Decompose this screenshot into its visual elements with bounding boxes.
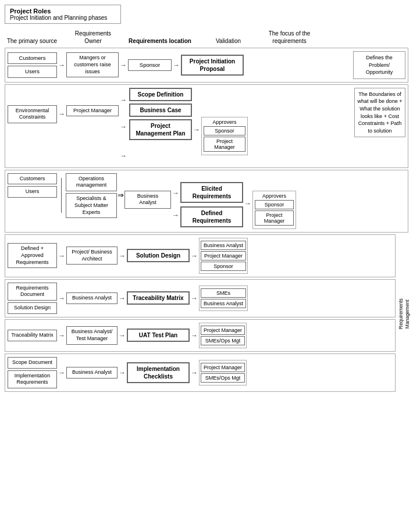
req-uat: UAT Test Plan: [127, 329, 190, 342]
src6-trace: Traceability Matrix: [8, 330, 57, 341]
approver-pm3: Project Manager: [255, 210, 294, 226]
approvers-section5: SMEs Business Analyst: [199, 285, 248, 311]
right-label-wrapper: Requirements Management Quality + Comple…: [397, 234, 408, 394]
src5: Requirements Document Solution Design: [8, 283, 57, 314]
req-project-initiation: Project Initiation Proposal: [181, 55, 244, 76]
source-users: Users: [8, 66, 57, 77]
req-elicited: Elicited Requirements: [180, 182, 243, 203]
appr7-smes: SMEs/Ops Mgt: [201, 373, 245, 383]
approvers-section4: Business Analyst Project Manager Sponsor: [199, 238, 248, 274]
col-header-focus: The focus of the requirements: [262, 30, 317, 45]
owner-ba3: Business Analyst: [124, 191, 171, 209]
page: Project Roles Project Initiation and Pla…: [0, 0, 413, 398]
source-customers: Customers: [8, 52, 57, 64]
appr4-ba: Business Analyst: [201, 241, 246, 250]
a22: →: [119, 123, 128, 131]
src3-customers: Customers: [8, 173, 57, 185]
section-4: Defined + Approved Requirements → Projec…: [5, 234, 396, 277]
src4: Defined + Approved Requirements: [8, 243, 57, 268]
section3-owner: Business Analyst: [124, 191, 171, 209]
arrow-to-approvers2: →: [192, 88, 201, 138]
section3-sources2: Operations management Specialists & Subj…: [66, 173, 117, 218]
a51: →: [57, 294, 66, 302]
focus-section2: The Boundaries of what will be done + Wh…: [354, 88, 405, 138]
a31: →: [171, 189, 180, 197]
owner-ba7: Business Analyst: [66, 367, 118, 379]
section3-reqs: Elicited Requirements Defined Requiremen…: [180, 182, 243, 227]
owner-sponsor: Sponsor: [128, 59, 172, 71]
req-business-case: Business Case: [129, 103, 192, 117]
col-header-validation: Validation: [201, 37, 256, 45]
header-box: Project Roles Project Initiation and Pla…: [5, 5, 121, 24]
a41: →: [57, 252, 66, 260]
arrow2: →: [119, 61, 128, 69]
approvers-section7: Project Manager SMEs/Ops Mgt: [199, 360, 247, 385]
section-1: Customers Users → Mangers or customers r…: [5, 48, 408, 83]
requirements-management-label: Requirements Management Quality + Comple…: [397, 234, 413, 394]
arrows3-reqs: → →: [171, 185, 180, 223]
arrows-to-reqs2: → → →: [119, 88, 129, 165]
a42: →: [118, 252, 127, 260]
src7-impl-req: Implementation Requrements: [8, 370, 57, 388]
arrow-env: →: [57, 110, 66, 118]
src3-specialists: Specialists & Subject Matter Experts: [66, 193, 117, 218]
col-header-location: Requirements location: [128, 37, 192, 45]
src7-scope: Scope Document: [8, 357, 57, 369]
section-6: Traceability Matrix → Business Analyst/ …: [5, 319, 396, 352]
bottom-sections-content: Defined + Approved Requirements → Projec…: [5, 234, 396, 394]
src5-sol-design: Solution Design: [8, 302, 57, 314]
req-solution-design: Solution Design: [127, 249, 190, 262]
vert-connector3: [57, 178, 66, 213]
src7: Scope Document Implementation Requrement…: [8, 357, 57, 388]
arrow1: →: [57, 61, 66, 69]
req-traceability: Traceability Matrix: [127, 291, 190, 305]
owner-project-manager: Project Manager: [66, 105, 119, 117]
a71: →: [57, 369, 66, 377]
appr5-smes: SMEs: [201, 288, 246, 298]
approvers-label2: Approvers: [204, 119, 245, 125]
a53: →: [190, 294, 199, 302]
a24: →: [192, 126, 201, 134]
a73: →: [190, 369, 199, 377]
req-defined: Defined Requirements: [180, 206, 243, 227]
owner-ba5: Business Analyst: [66, 292, 118, 304]
bottom-sections-wrapper: Defined + Approved Requirements → Projec…: [5, 234, 408, 394]
approver-sponsor3: Sponsor: [255, 200, 294, 209]
a33: →: [243, 199, 252, 208]
connector-raise-issues: Mangers or customers raise issues: [66, 52, 119, 77]
a43: →: [190, 252, 199, 260]
approver-sponsor2: Sponsor: [204, 126, 245, 135]
page-subtitle: Project Initiation and Planning phases: [10, 15, 116, 21]
a23: →: [119, 152, 128, 160]
a63: →: [190, 331, 199, 340]
appr6-pm: Project Manager: [201, 326, 245, 335]
src3-ops: Operations management: [66, 173, 117, 191]
focus-defines-problem: Defines the Problem/ Opportunity: [353, 51, 405, 79]
section-3: Customers Users Operations management Sp…: [5, 170, 408, 233]
a21: →: [119, 96, 128, 104]
col-header-source: The primary source: [6, 37, 58, 45]
section2-sources: Environmental Constraints: [8, 88, 57, 123]
section-5: Requirements Document Solution Design → …: [5, 279, 396, 317]
section1-sources: Customers Users: [8, 52, 57, 78]
section2-reqs: Scope Definition Business Case Project M…: [129, 88, 192, 140]
a62: →: [118, 331, 127, 340]
appr7-pm: Project Manager: [201, 363, 245, 372]
req-scope-def: Scope Definition: [129, 88, 192, 101]
arrow-to-appr3: →: [243, 199, 252, 208]
req-impl-checklists: Implementation Checklists: [127, 362, 190, 383]
appr4-sponsor: Sponsor: [201, 262, 246, 271]
owner-ba-testmgr: Business Analyst/ Test Manager: [66, 326, 118, 344]
req-pmp: Project Management Plan: [129, 119, 192, 140]
section3-sources: Customers Users: [8, 173, 57, 198]
section-7: Scope Document Implementation Requrement…: [5, 354, 396, 392]
a72: →: [118, 369, 127, 377]
approvers-section3: Approvers Sponsor Project Manager: [252, 191, 296, 229]
src5-req-doc: Requirements Document: [8, 283, 57, 301]
col-header-owner: Requirements Owner: [67, 30, 119, 45]
arrow3: →: [172, 61, 181, 69]
section-2: Environmental Constraints → Project Mana…: [5, 84, 408, 168]
owner-proj-biz-arch: Project/ Business Architect: [66, 247, 118, 265]
approvers-label3: Approvers: [255, 193, 294, 199]
appr6-smes: SMEs/Ops Mgt: [201, 336, 245, 345]
